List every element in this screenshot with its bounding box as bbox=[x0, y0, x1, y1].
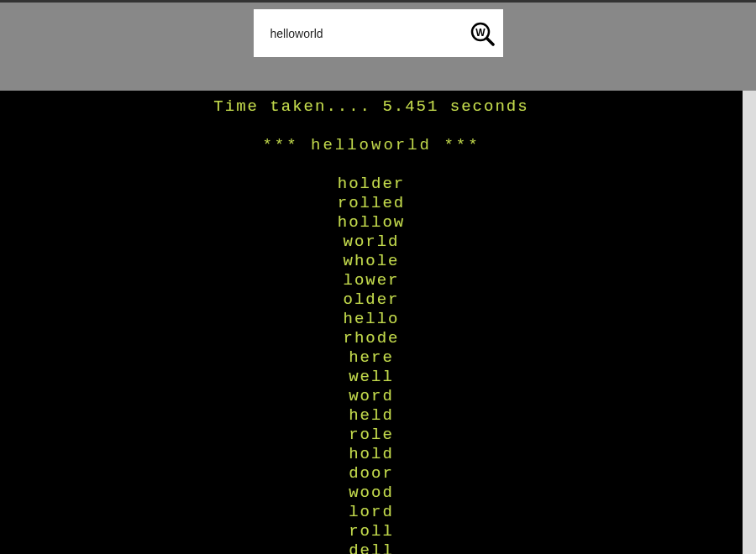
word-line: hold bbox=[0, 445, 743, 464]
search-box: W bbox=[254, 9, 503, 57]
word-line: older bbox=[0, 290, 743, 310]
word-line: door bbox=[0, 464, 743, 483]
header-bar: W bbox=[0, 3, 756, 91]
word-line: word bbox=[0, 387, 743, 406]
title-line: *** helloworld *** bbox=[0, 136, 743, 155]
terminal-container: Time taken.... 5.451 seconds *** hellowo… bbox=[0, 91, 756, 554]
blank-line bbox=[0, 117, 743, 136]
word-line: lord bbox=[0, 503, 743, 522]
title-word: helloworld bbox=[311, 136, 432, 154]
search-icon: W bbox=[470, 21, 495, 46]
blank-line bbox=[0, 155, 743, 175]
word-line: holder bbox=[0, 175, 743, 194]
title-suffix: *** bbox=[432, 136, 480, 154]
word-line: here bbox=[0, 348, 743, 368]
word-line: held bbox=[0, 406, 743, 426]
word-line: lower bbox=[0, 271, 743, 290]
word-line: well bbox=[0, 368, 743, 387]
search-input[interactable] bbox=[270, 9, 468, 57]
word-line: dell bbox=[0, 541, 743, 554]
terminal-output: Time taken.... 5.451 seconds *** hellowo… bbox=[0, 91, 743, 554]
svg-text:W: W bbox=[475, 26, 486, 38]
word-line: hello bbox=[0, 310, 743, 329]
word-line: role bbox=[0, 426, 743, 445]
word-line: roll bbox=[0, 522, 743, 541]
word-line: hollow bbox=[0, 213, 743, 233]
word-line: whole bbox=[0, 252, 743, 271]
vertical-scrollbar[interactable] bbox=[743, 91, 756, 554]
word-line: world bbox=[0, 233, 743, 252]
word-line: wood bbox=[0, 483, 743, 503]
word-line: rhode bbox=[0, 329, 743, 348]
time-taken-line: Time taken.... 5.451 seconds bbox=[0, 97, 743, 117]
search-button[interactable]: W bbox=[468, 19, 496, 48]
word-list: holderrolledhollowworldwholelowerolderhe… bbox=[0, 175, 743, 554]
title-prefix: *** bbox=[262, 136, 311, 154]
word-line: rolled bbox=[0, 194, 743, 213]
svg-line-2 bbox=[487, 39, 493, 44]
